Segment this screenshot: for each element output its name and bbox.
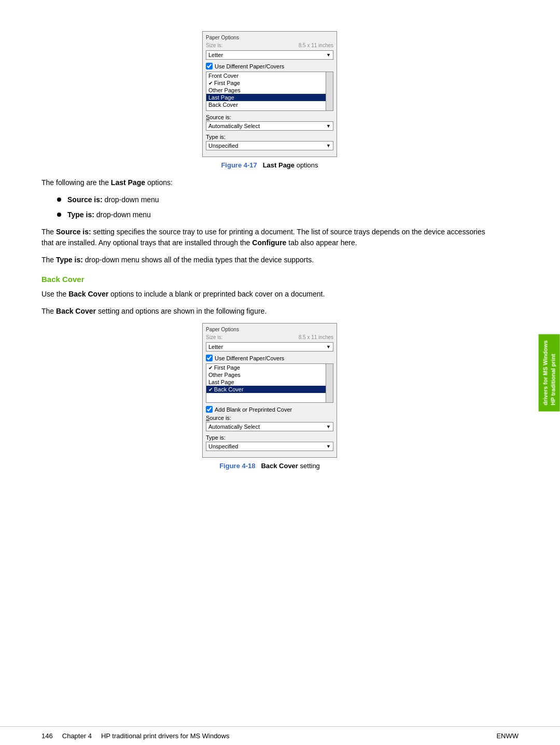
dialog17-checkbox-label: Use Different Paper/Covers	[215, 63, 284, 69]
footer-enww: ENWW	[496, 732, 519, 740]
bullet-text-type: Type is: drop-down menu	[67, 209, 151, 220]
dialog17-size-row: Size is: 8.5 x 11 inches	[206, 43, 333, 48]
footer-chapter: Chapter 4	[62, 732, 92, 740]
source-bold: Source is:	[56, 228, 91, 236]
dialog18-source-select[interactable]: Automatically Select ▼	[206, 422, 333, 431]
dialog18-list-box[interactable]: First Page Other Pages Last Page Back Co…	[206, 363, 333, 403]
dialog18-letter-option: Letter	[208, 344, 223, 350]
dialog18-type-label: Type is:	[206, 434, 333, 441]
type-bold: Type is:	[56, 256, 83, 264]
footer-right: ENWW	[280, 732, 519, 740]
dialog18-checkbox-row: Use Different Paper/Covers	[206, 355, 333, 361]
dialog18-add-blank-row: Add Blank or Preprinted Cover	[206, 406, 333, 413]
last-page-intro: The following are the Last Page options:	[41, 177, 498, 188]
dialog17-checkbox[interactable]	[206, 63, 213, 69]
dialog18-letter-select[interactable]: Letter ▼	[206, 342, 333, 352]
back-cover-para2: The Back Cover setting and options are s…	[41, 306, 498, 317]
dialog18-source-arrow: ▼	[326, 424, 331, 429]
dialog17-letter-arrow: ▼	[326, 52, 331, 58]
footer-chapter-text: HP traditional print drivers for MS Wind…	[101, 732, 230, 740]
dialog17-list-box[interactable]: Front Cover First Page Other Pages Last …	[206, 72, 333, 111]
dialog18-list-inner: First Page Other Pages Last Page Back Co…	[206, 364, 333, 393]
dialog17-letter-option: Letter	[208, 52, 223, 58]
list-item-front-cover[interactable]: Front Cover	[206, 72, 333, 79]
side-tab: drivers for MS Windows HP traditional pr…	[539, 334, 560, 411]
dialog17-type-arrow: ▼	[326, 143, 331, 148]
dialog18-checkbox[interactable]	[206, 355, 213, 361]
figure17-caption-rest: options	[295, 161, 318, 169]
figure17-caption-text: Last Page options	[259, 161, 318, 169]
dialog17-list-inner: Front Cover First Page Other Pages Last …	[206, 72, 333, 108]
dialog17-title: Paper Options	[206, 35, 333, 40]
bullet-dot-2	[57, 213, 61, 217]
figure18-num: Figure 4-18	[219, 462, 255, 470]
dialog18-add-blank-label: Add Blank or Preprinted Cover	[215, 406, 292, 413]
dialog18-letter-arrow: ▼	[326, 344, 331, 349]
dialog17-list-container: Front Cover First Page Other Pages Last …	[206, 72, 333, 111]
figure18-dialog: Paper Options Size is: 8.5 x 11 inches L…	[202, 323, 337, 458]
dialog17-source-select[interactable]: Automatically Select ▼	[206, 121, 333, 131]
footer-page-num: 146	[41, 732, 53, 740]
footer: 146 Chapter 4 HP traditional print drive…	[0, 726, 560, 745]
figure18-caption-rest: setting	[298, 462, 320, 470]
back-cover-bold2: Back Cover	[56, 307, 96, 315]
dialog17-checkbox-row: Use Different Paper/Covers	[206, 63, 333, 69]
dialog17-type-label: Type is:	[206, 134, 333, 140]
dialog17-scrollbar[interactable]	[326, 72, 333, 110]
figure17-num: Figure 4-17	[221, 161, 257, 169]
figure18-caption: Figure 4-18 Back Cover setting	[41, 462, 498, 470]
list-item-last-page[interactable]: Last Page	[206, 94, 333, 101]
dialog17-type-select[interactable]: Unspecified ▼	[206, 141, 333, 150]
footer-left: 146 Chapter 4 HP traditional print drive…	[41, 732, 280, 740]
dialog18-list-container: First Page Other Pages Last Page Back Co…	[206, 363, 333, 403]
dialog18-size-label: Size is:	[206, 334, 222, 340]
bullet-dot-1	[57, 198, 61, 202]
list18-last-page[interactable]: Last Page	[206, 378, 333, 386]
back-cover-heading: Back Cover	[41, 275, 498, 284]
bullet-bold-source: Source is:	[67, 195, 103, 204]
figure17-caption: Figure 4-17 Last Page options	[41, 161, 498, 169]
dialog18-type-select[interactable]: Unspecified ▼	[206, 442, 333, 451]
source-para: The Source is: setting specifies the sou…	[41, 227, 498, 248]
list-item-other-pages[interactable]: Other Pages	[206, 87, 333, 94]
bullet-bold-type: Type is:	[67, 210, 94, 219]
back-cover-para1: Use the Back Cover options to include a …	[41, 289, 498, 300]
type-para: The Type is: drop-down menu shows all of…	[41, 255, 498, 265]
dialog18-checkbox-label: Use Different Paper/Covers	[215, 355, 284, 361]
dialog18-scrollbar[interactable]	[326, 364, 333, 402]
bullet-text-source: Source is: drop-down menu	[67, 194, 159, 205]
dialog18-size-row: Size is: 8.5 x 11 inches	[206, 334, 333, 340]
list18-first-page[interactable]: First Page	[206, 364, 333, 371]
dialog18-type-value: Unspecified	[208, 443, 238, 449]
side-tab-line2: drivers for MS Windows	[542, 340, 549, 405]
body-text1b: options:	[145, 178, 173, 187]
dialog17-source-arrow: ▼	[326, 123, 331, 129]
figure18-caption-bold: Back Cover	[261, 462, 298, 470]
dialog17-letter-select[interactable]: Letter ▼	[206, 50, 333, 60]
bullet-item-source: Source is: drop-down menu	[57, 194, 498, 205]
back-cover-bold1: Back Cover	[68, 290, 108, 298]
figure17-dialog: Paper Options Size is: 8.5 x 11 inches L…	[202, 31, 337, 157]
figure18-caption-text: Back Cover setting	[257, 462, 320, 470]
list18-back-cover[interactable]: Back Cover	[206, 386, 333, 393]
dialog18-source-value: Automatically Select	[208, 424, 260, 430]
body-text1a: The following are the	[41, 178, 111, 187]
configure-bold: Configure	[252, 238, 286, 247]
bullet-list-1: Source is: drop-down menu Type is: drop-…	[57, 194, 498, 220]
list18-other-pages[interactable]: Other Pages	[206, 371, 333, 378]
dialog17-source-value: Automatically Select	[208, 123, 260, 129]
dialog18-title: Paper Options	[206, 327, 333, 332]
dialog18-type-arrow: ▼	[326, 444, 331, 449]
body-bold1: Last Page	[111, 178, 145, 187]
bullet-item-type: Type is: drop-down menu	[57, 209, 498, 220]
list-item-first-page[interactable]: First Page	[206, 79, 333, 87]
dialog18-size-value: 8.5 x 11 inches	[299, 334, 333, 340]
dialog18-add-blank-checkbox[interactable]	[206, 406, 213, 413]
dialog17-size-label: Size is:	[206, 43, 222, 48]
side-tab-line1: HP traditional print	[550, 354, 556, 405]
dialog17-source-label: Source is:	[206, 114, 333, 120]
dialog17-size-value: 8.5 x 11 inches	[299, 43, 333, 48]
dialog17-type-value: Unspecified	[208, 143, 238, 149]
list-item-back-cover-17[interactable]: Back Cover	[206, 101, 333, 108]
dialog18-source-label: Source is:	[206, 415, 333, 421]
